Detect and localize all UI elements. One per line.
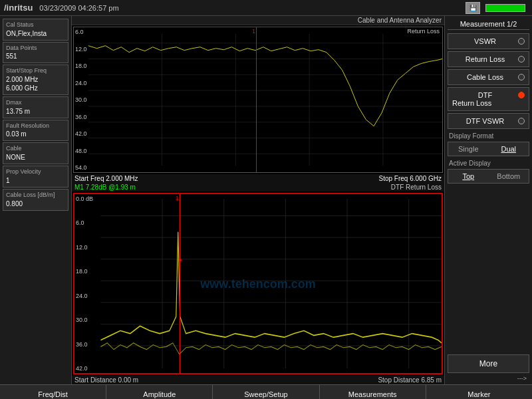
nav-measurements[interactable]: Measurements	[320, 385, 426, 399]
nav-marker[interactable]: Marker	[426, 385, 532, 399]
dmax: Dmax 13.75 m	[3, 96, 68, 118]
prop-velocity: Prop Velocity 1	[3, 166, 68, 188]
bottom-chart-svg	[74, 194, 442, 373]
dtf-return-loss-label: DTF	[452, 91, 518, 99]
stop-freq-label: Stop Freq 6.000 GHz	[379, 175, 442, 182]
bottom-chart: www.tehencom.com 0.0 dB 6.0 12.0 18.0 24…	[73, 193, 443, 374]
cable-loss-button[interactable]: Cable Loss	[448, 69, 529, 85]
nav-sweep-setup[interactable]: Sweep/Setup	[213, 385, 319, 399]
left-panel: Cal Status ON,Flex,Insta Data Points 551…	[0, 16, 72, 384]
save-icon[interactable]: 💾	[466, 2, 480, 14]
nav-amplitude[interactable]: Amplitude	[106, 385, 213, 399]
marker-flag-top: 1	[252, 28, 255, 35]
dtf-return-loss-radio	[518, 92, 525, 98]
start-freq-label: Start Freq 2.000 MHz	[74, 175, 138, 182]
analyzer-label: Cable and Antenna Analyzer	[72, 16, 444, 25]
cable-loss: Cable Loss [dB/m] 0.800	[3, 189, 68, 211]
cable: Cable NONE	[3, 142, 68, 164]
right-panel: Measurement 1/2 VSWR Return Loss Cable L…	[444, 16, 532, 384]
display-format-options: Single Dual	[448, 142, 529, 156]
marker-dot	[179, 259, 182, 261]
nav-freq-dist[interactable]: Freq/Dist	[0, 385, 106, 399]
logo: /inritsu	[4, 3, 33, 13]
cable-loss-label: Cable Loss	[452, 73, 518, 81]
start-stop-freq: Start/Stop Freq 2.000 MHz 6.000 GHz	[3, 65, 68, 95]
return-loss-button[interactable]: Return Loss	[448, 51, 529, 67]
main-area: Cal Status ON,Flex,Insta Data Points 551…	[0, 16, 532, 384]
center-area: Cable and Antenna Analyzer Return Loss 6…	[72, 16, 444, 384]
top-bar: /inritsu 03/23/2009 04:26:57 pm 💾	[0, 0, 532, 16]
active-display-options: Top Bottom	[448, 169, 529, 184]
single-option[interactable]: Single	[448, 142, 489, 156]
fault-resolution: Fault Resolution 0.03 m	[3, 120, 68, 142]
chart-info: Start Freq 2.000 MHz Stop Freq 6.000 GHz	[72, 174, 444, 183]
measurement-title: Measurement 1/2	[448, 19, 529, 30]
dtf-vswr-radio	[518, 118, 525, 124]
top-chart: Return Loss 6.0 12.0 18.0 24.0 30.0 36.0…	[73, 27, 443, 173]
dtf-vswr-button[interactable]: DTF VSWR	[448, 113, 529, 129]
top-option[interactable]: Top	[448, 170, 489, 183]
data-points: Data Points 551	[3, 42, 68, 64]
return-loss-label: Return Loss	[452, 55, 518, 63]
vswr-radio	[518, 38, 525, 45]
more-button[interactable]: More	[448, 354, 529, 373]
battery-indicator	[485, 4, 525, 12]
vswr-label: VSWR	[452, 37, 518, 45]
start-stop-bottom: Start Distance 0.00 m Stop Distance 6.85…	[72, 376, 444, 384]
datetime: 03/23/2009 04:26:57 pm	[39, 4, 466, 12]
display-format-label: Display Format	[448, 131, 529, 140]
marker-flag-bottom: 1	[176, 195, 179, 201]
arrow-label: --->	[448, 375, 529, 382]
dual-option[interactable]: Dual	[489, 142, 529, 156]
vswr-button[interactable]: VSWR	[448, 33, 529, 49]
active-display-label: Active Display	[448, 158, 529, 167]
cable-loss-radio	[518, 74, 525, 80]
dtf-vswr-label: DTF VSWR	[452, 117, 518, 125]
bottom-option[interactable]: Bottom	[489, 170, 529, 183]
dtf-sub-label: Return Loss	[452, 99, 525, 107]
cal-status: Cal Status ON,Flex,Insta	[3, 19, 68, 41]
start-dist-label: Start Distance 0.00 m	[74, 376, 138, 384]
top-chart-svg	[74, 27, 442, 172]
bottom-nav: Freq/Dist Amplitude Sweep/Setup Measurem…	[0, 384, 532, 399]
marker-info: M1 7.28dB @1.93 m DTF Return Loss	[72, 183, 444, 192]
return-loss-radio	[518, 56, 525, 63]
stop-dist-label: Stop Distance 6.85 m	[378, 376, 442, 384]
dtf-return-loss-button[interactable]: DTF Return Loss	[448, 87, 529, 111]
